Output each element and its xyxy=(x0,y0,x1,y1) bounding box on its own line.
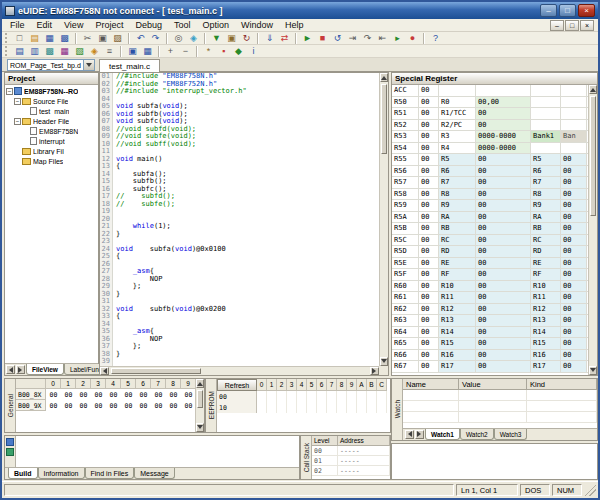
register-vertical-scrollbar[interactable] xyxy=(588,85,597,375)
output-tab-find-in-files[interactable]: Find in Files xyxy=(85,468,135,479)
watch-cell[interactable] xyxy=(403,390,459,400)
maximize-button[interactable]: □ xyxy=(559,4,576,17)
combo-dropdown-icon[interactable] xyxy=(83,60,94,70)
rebuild-all-button[interactable]: ↻ xyxy=(239,32,254,44)
breakpoint-button[interactable]: ● xyxy=(405,32,420,44)
file-combo[interactable]: ROM_Page_Test_bp.d xyxy=(7,59,95,71)
run-button[interactable]: ► xyxy=(300,32,315,44)
tree-item-test-main[interactable]: test_main xyxy=(5,106,98,116)
compile-button[interactable]: ▼ xyxy=(209,32,224,44)
editor-vertical-scrollbar[interactable] xyxy=(379,73,388,366)
zoom-in-button[interactable]: + xyxy=(163,45,178,57)
eeprom-cell[interactable] xyxy=(307,391,317,402)
scroll-up-button[interactable] xyxy=(196,379,204,388)
mdi-close-button[interactable]: × xyxy=(580,20,594,31)
ram-cell[interactable]: 00 xyxy=(166,400,181,411)
ram-side-tab[interactable]: General xyxy=(5,379,16,432)
toolbar-grip[interactable] xyxy=(5,46,8,56)
watch-cell[interactable] xyxy=(527,401,597,411)
mdi-minimize-button[interactable]: – xyxy=(550,20,564,31)
menu-window[interactable]: Window xyxy=(235,19,279,31)
step-over-button[interactable]: ↷ xyxy=(360,32,375,44)
eeprom-cell[interactable] xyxy=(287,402,297,413)
ram-cell[interactable]: 00 xyxy=(106,389,121,400)
save-all-button[interactable]: ▩ xyxy=(57,32,72,44)
close-button[interactable]: × xyxy=(578,4,595,17)
ram-cell[interactable]: 00 xyxy=(76,389,91,400)
undo-button[interactable]: ↶ xyxy=(133,32,148,44)
watch-grid[interactable]: NameValueKind xyxy=(403,379,597,428)
refresh-button[interactable]: Refresh xyxy=(217,379,257,391)
ram-cell[interactable]: 00 xyxy=(91,389,106,400)
scrollbar-thumb[interactable] xyxy=(111,368,201,374)
ram-cell[interactable]: 00 xyxy=(61,400,76,411)
eeprom-cell[interactable] xyxy=(377,391,387,402)
tree-item-library-fil[interactable]: Library Fil xyxy=(5,146,98,156)
tree-item-em88f758n[interactable]: EM88F758N xyxy=(5,126,98,136)
scroll-up-button[interactable] xyxy=(589,85,597,94)
watch-row[interactable] xyxy=(403,401,597,412)
package-setting-button[interactable]: ◆ xyxy=(231,45,246,57)
download-button[interactable]: ⇓ xyxy=(262,32,277,44)
tile-windows-button[interactable]: ▦ xyxy=(140,45,155,57)
eeprom-cell[interactable] xyxy=(297,391,307,402)
eeprom-cell[interactable] xyxy=(357,391,367,402)
tree-item-interrupt[interactable]: interrupt xyxy=(5,136,98,146)
scroll-down-button[interactable] xyxy=(196,423,204,432)
zoom-out-button[interactable]: − xyxy=(178,45,193,57)
watch-cell[interactable] xyxy=(527,412,597,422)
copy-button[interactable]: ▣ xyxy=(95,32,110,44)
ram-grid[interactable]: 0123456789 B00_8X00000000000000000000B00… xyxy=(16,379,195,432)
step-out-button[interactable]: ⇤ xyxy=(375,32,390,44)
tree-item-header-file[interactable]: −Header File xyxy=(5,116,98,126)
watch-tab-watch3[interactable]: Watch3 xyxy=(494,429,528,440)
bookmark-button[interactable]: ◈ xyxy=(186,32,201,44)
cascade-windows-button[interactable]: ▣ xyxy=(125,45,140,57)
output-window-button[interactable]: ▥ xyxy=(27,45,42,57)
connect-ice-button[interactable]: ⇄ xyxy=(277,32,292,44)
tab-scroll-left-button[interactable] xyxy=(405,430,414,439)
ram-cell[interactable]: 00 xyxy=(166,389,181,400)
build-button[interactable]: ▣ xyxy=(224,32,239,44)
open-file-button[interactable]: ▤ xyxy=(27,32,42,44)
special-register-table[interactable]: ACC00R5000R000,00R5100R1/TCC00R5200R2/PC… xyxy=(392,85,588,375)
register-window-button[interactable]: ▩ xyxy=(42,45,57,57)
tab-scroll-right-button[interactable] xyxy=(16,365,25,374)
watch-tab-watch2[interactable]: Watch2 xyxy=(460,429,494,440)
ram-vertical-scrollbar[interactable] xyxy=(195,379,204,432)
ram-cell[interactable]: 00 xyxy=(136,400,151,411)
build-log-icon[interactable] xyxy=(6,438,14,446)
watch-tab-watch1[interactable]: Watch1 xyxy=(425,429,460,440)
call-stack-grid[interactable]: LevelAddress 00-----01-----02----- xyxy=(312,436,390,479)
mdi-restore-button[interactable]: □ xyxy=(565,20,579,31)
find-button[interactable]: ◎ xyxy=(171,32,186,44)
menu-tool[interactable]: Tool xyxy=(168,19,197,31)
menu-project[interactable]: Project xyxy=(89,19,129,31)
expand-box[interactable]: − xyxy=(14,98,21,105)
expand-box[interactable]: − xyxy=(14,118,21,125)
scrollbar-thumb[interactable] xyxy=(590,96,596,216)
eeprom-cell[interactable] xyxy=(327,402,337,413)
call-stack-side-tab[interactable]: Call Stack xyxy=(301,436,312,479)
eeprom-cell[interactable] xyxy=(267,402,277,413)
tree-item-map-files[interactable]: Map Files xyxy=(5,156,98,166)
ram-cell[interactable]: 00 xyxy=(76,400,91,411)
help-button[interactable]: ? xyxy=(428,32,443,44)
eeprom-cell[interactable] xyxy=(317,402,327,413)
editor-tab[interactable]: test_main.c xyxy=(99,59,160,72)
ram-cell[interactable]: 00 xyxy=(121,400,136,411)
watch-cell[interactable] xyxy=(527,390,597,400)
ram-cell[interactable]: 00 xyxy=(181,389,195,400)
watch-cell[interactable] xyxy=(403,401,459,411)
scroll-up-button[interactable] xyxy=(380,73,388,82)
watch-cell[interactable] xyxy=(459,390,527,400)
special-register-header[interactable]: Special Register xyxy=(392,73,597,85)
resize-grip[interactable] xyxy=(584,484,596,496)
eeprom-cell[interactable] xyxy=(367,391,377,402)
new-file-button[interactable]: □ xyxy=(12,32,27,44)
eeprom-cell[interactable] xyxy=(297,402,307,413)
eeprom-cell[interactable] xyxy=(347,402,357,413)
eeprom-side-tab[interactable]: EEPROM xyxy=(206,379,217,432)
tab-scroll-left-button[interactable] xyxy=(6,365,15,374)
ram-cell[interactable]: 00 xyxy=(136,389,151,400)
